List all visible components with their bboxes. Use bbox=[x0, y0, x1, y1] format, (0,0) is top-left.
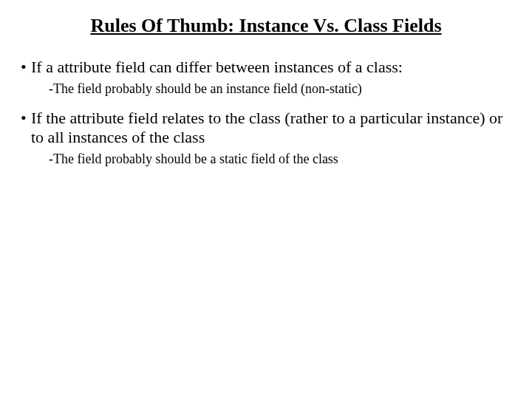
slide: Rules Of Thumb: Instance Vs. Class Field… bbox=[0, 15, 532, 399]
bullet-text: If a attribute field can differ between … bbox=[31, 58, 511, 77]
bullet-text: If the attribute field relates to the cl… bbox=[31, 109, 511, 147]
slide-content: • If a attribute field can differ betwee… bbox=[0, 58, 532, 167]
bullet-marker: • bbox=[21, 109, 31, 147]
sub-bullet-text: -The field probably should be a static f… bbox=[49, 151, 511, 167]
slide-title: Rules Of Thumb: Instance Vs. Class Field… bbox=[0, 15, 532, 37]
sub-bullet-text: -The field probably should be an instanc… bbox=[49, 81, 511, 97]
bullet-marker: • bbox=[21, 58, 31, 77]
bullet-item: • If a attribute field can differ betwee… bbox=[21, 58, 511, 77]
bullet-item: • If the attribute field relates to the … bbox=[21, 109, 511, 147]
